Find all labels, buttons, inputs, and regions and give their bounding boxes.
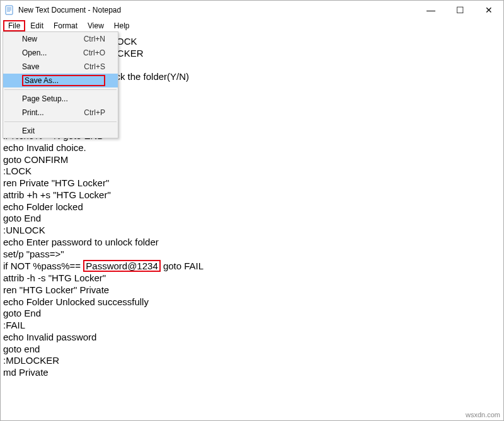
menu-format[interactable]: Format — [49, 21, 83, 31]
text-line: echo Folder Unlocked successfully — [3, 296, 501, 308]
minimize-button[interactable]: — — [416, 1, 445, 20]
text-line: if NOT %pass%== Password@1234 goto FAIL — [3, 260, 501, 272]
menu-item-exit[interactable]: Exit — [3, 124, 118, 138]
notepad-icon — [4, 5, 14, 15]
menu-item-save[interactable]: SaveCtrl+S — [3, 60, 118, 74]
text-line: ren Private "HTG Locker" — [3, 177, 501, 189]
text-line: :FAIL — [3, 320, 501, 332]
maximize-button[interactable]: ☐ — [445, 1, 474, 20]
titlebar: New Text Document - Notepad — ☐ ✕ — [1, 1, 503, 20]
menu-separator — [4, 121, 117, 122]
text-fragment: if NOT %pass%== — [3, 261, 83, 271]
menu-help[interactable]: Help — [109, 21, 135, 31]
menu-edit[interactable]: Edit — [25, 21, 49, 31]
password-highlight: Password@1234 — [83, 260, 160, 272]
text-line: echo Folder locked — [3, 201, 501, 213]
menu-item-print[interactable]: Print...Ctrl+P — [3, 106, 118, 120]
text-line: echo Enter password to unlock folder — [3, 237, 501, 249]
menu-item-page-setup[interactable]: Page Setup... — [3, 92, 118, 106]
menubar: File Edit Format View Help — [1, 20, 503, 32]
text-line: goto end — [3, 344, 501, 356]
text-line: :LOCK — [3, 166, 501, 177]
text-line: md Private — [3, 367, 501, 379]
menu-view[interactable]: View — [83, 21, 109, 31]
text-line: :MDLOCKER — [3, 355, 501, 367]
text-line: echo Invalid password — [3, 332, 501, 344]
text-line: :UNLOCK — [3, 225, 501, 237]
text-line: echo Invalid choice. — [3, 142, 501, 154]
menu-file[interactable]: File — [3, 20, 25, 31]
window-title: New Text Document - Notepad — [18, 6, 416, 14]
text-line: ren "HTG Locker" Private — [3, 284, 501, 296]
watermark: wsxdn.com — [466, 411, 500, 418]
menu-item-new[interactable]: NewCtrl+N — [3, 32, 118, 46]
text-fragment: goto FAIL — [161, 261, 203, 271]
text-line: attrib +h +s "HTG Locker" — [3, 189, 501, 201]
file-menu-dropdown: NewCtrl+N Open...Ctrl+O SaveCtrl+S Save … — [3, 31, 118, 138]
text-line: goto End — [3, 308, 501, 320]
text-line: set/p "pass=>" — [3, 249, 501, 261]
text-line: goto End — [3, 213, 501, 225]
menu-item-open[interactable]: Open...Ctrl+O — [3, 46, 118, 60]
text-line: attrib -h -s "HTG Locker" — [3, 272, 501, 284]
close-button[interactable]: ✕ — [474, 1, 503, 20]
menu-separator — [4, 89, 117, 90]
text-line: goto CONFIRM — [3, 154, 501, 166]
menu-item-save-as[interactable]: Save As... — [3, 74, 118, 87]
